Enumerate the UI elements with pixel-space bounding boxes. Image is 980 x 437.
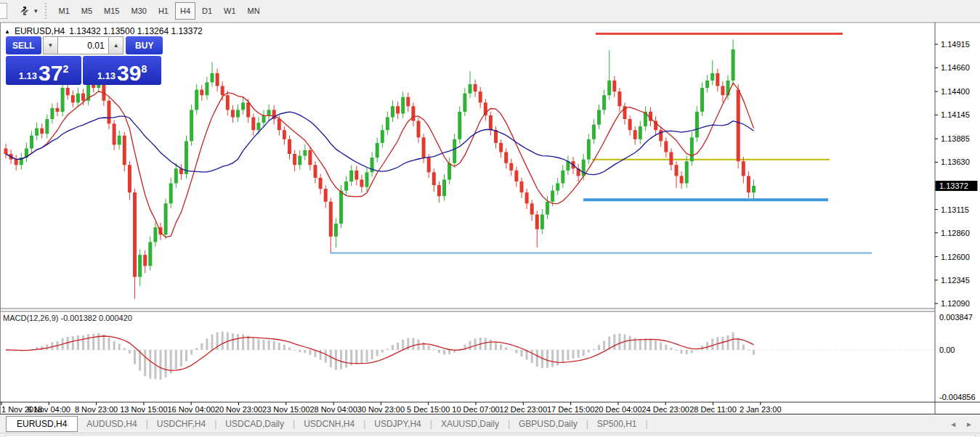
buy-button[interactable]: BUY	[126, 36, 163, 54]
status-bar	[0, 433, 980, 437]
svg-text:20 Dec 04:00: 20 Dec 04:00	[594, 405, 641, 414]
svg-text:1.12600: 1.12600	[941, 253, 970, 261]
svg-text:1.13885: 1.13885	[941, 134, 970, 143]
tab-usdjpy-h4[interactable]: USDJPY,H4	[365, 419, 429, 429]
sell-price-main: 37	[39, 63, 62, 83]
buy-price-main: 39	[117, 63, 141, 83]
timeframe-toolbar: ▾ M1M5M15M30H1H4D1W1MN	[0, 0, 980, 23]
svg-text:23 Nov 15:00: 23 Nov 15:00	[262, 405, 309, 414]
svg-text:1.14660: 1.14660	[941, 63, 970, 72]
ohlc-values: 1.13432 1.13500 1.13264 1.13372	[69, 26, 203, 36]
svg-text:2 Jan 23:00: 2 Jan 23:00	[740, 405, 782, 414]
timeframe-button-m5[interactable]: M5	[76, 2, 97, 20]
macd-indicator-label: MACD(12,26,9) -0.001382 0.000420	[3, 314, 132, 322]
svg-text:20 Nov 23:00: 20 Nov 23:00	[215, 405, 262, 414]
chart-ohlc-title: ▲ EURUSD,H4 1.13432 1.13500 1.13264 1.13…	[4, 26, 203, 36]
tab-scroll-arrows: ◄ ►	[949, 420, 973, 428]
toolbar-grip[interactable]	[45, 3, 47, 19]
chart-tab-bar: EURUSD,H4 AUDUSD,H4|USDCHF,H4|USDCAD,Dai…	[0, 415, 980, 433]
tab-scroll-left-icon[interactable]: ◄	[949, 420, 957, 428]
timeframe-button-w1[interactable]: W1	[219, 2, 241, 20]
terminal-window: ▾ M1M5M15M30H1H4D1W1MN 1.149151.146601.1…	[0, 0, 980, 437]
sell-button[interactable]: SELL	[6, 36, 41, 54]
svg-text:30 Nov 23:00: 30 Nov 23:00	[357, 405, 405, 414]
svg-text:1.12345: 1.12345	[941, 276, 970, 285]
timeframe-button-m1[interactable]: M1	[54, 2, 75, 20]
lot-size-input[interactable]: 0.01	[58, 36, 108, 54]
inactive-tabs: AUDUSD,H4|USDCHF,H4|USDCAD,Daily|USDCNH,…	[78, 419, 647, 429]
symbol-period-label: EURUSD,H4	[15, 26, 65, 36]
svg-text:10 Dec 07:00: 10 Dec 07:00	[452, 405, 499, 414]
svg-text:6 Nov 04:00: 6 Nov 04:00	[28, 405, 70, 414]
svg-text:1.14400: 1.14400	[941, 87, 970, 96]
tab-eurusd-h4-active[interactable]: EURUSD,H4	[6, 416, 78, 432]
tab-audusd-h4[interactable]: AUDUSD,H4	[78, 419, 145, 429]
svg-text:17 Dec 15:00: 17 Dec 15:00	[547, 405, 594, 414]
buy-price-pip: 8	[141, 64, 147, 74]
timeframe-button-h4[interactable]: H4	[175, 2, 195, 20]
svg-text:0.003847: 0.003847	[939, 313, 973, 322]
collapse-triangle-icon[interactable]: ▲	[4, 28, 10, 35]
svg-text:1.13115: 1.13115	[941, 205, 969, 214]
tab-sp500-h1[interactable]: SP500,H1	[588, 419, 646, 429]
svg-text:0.00: 0.00	[939, 346, 955, 354]
timeframe-button-mn[interactable]: MN	[243, 2, 265, 20]
svg-text:1.14915: 1.14915	[941, 40, 970, 49]
svg-text:-0.004856: -0.004856	[939, 393, 976, 401]
svg-text:28 Dec 11:00: 28 Dec 11:00	[689, 405, 737, 414]
timeframe-button-d1[interactable]: D1	[197, 2, 217, 20]
sell-price-prefix: 1.13	[19, 71, 37, 81]
svg-text:1.13630: 1.13630	[941, 158, 970, 166]
one-click-trading-panel: SELL ▼ 0.01 ▲ BUY 1.13 37 2 1.13 39 8	[6, 36, 163, 85]
svg-text:1.14145: 1.14145	[941, 110, 970, 119]
sell-price-pip: 2	[62, 64, 68, 74]
timeframe-button-m30[interactable]: M30	[126, 2, 152, 20]
svg-text:13 Nov 15:00: 13 Nov 15:00	[120, 405, 167, 414]
timeframe-buttons: M1M5M15M30H1H4D1W1MN	[53, 2, 266, 20]
svg-text:24 Dec 23:00: 24 Dec 23:00	[641, 405, 689, 414]
clipped-toolbar-icon[interactable]	[0, 3, 7, 19]
tile-windows-icon[interactable]	[16, 3, 33, 19]
svg-text:1.12860: 1.12860	[941, 229, 970, 237]
svg-text:5 Dec 15:00: 5 Dec 15:00	[407, 405, 450, 414]
buy-price-prefix: 1.13	[97, 71, 116, 81]
svg-text:1.12090: 1.12090	[941, 299, 970, 308]
svg-text:1.13372: 1.13372	[939, 181, 968, 190]
tab-usdchf-h4[interactable]: USDCHF,H4	[148, 419, 214, 429]
timeframe-button-h1[interactable]: H1	[153, 2, 174, 20]
toolbar-dropdown-caret[interactable]: ▾	[34, 7, 38, 15]
svg-text:28 Nov 04:00: 28 Nov 04:00	[309, 405, 357, 414]
tab-scroll-right-icon[interactable]: ►	[965, 420, 973, 428]
tab-separator: |	[646, 419, 648, 429]
timeframe-button-m15[interactable]: M15	[99, 2, 124, 20]
svg-text:8 Nov 23:00: 8 Nov 23:00	[75, 405, 118, 414]
tab-gbpusd-daily[interactable]: GBPUSD,Daily	[510, 419, 586, 429]
svg-text:16 Nov 04:00: 16 Nov 04:00	[167, 405, 214, 414]
svg-text:12 Dec 23:00: 12 Dec 23:00	[500, 405, 547, 414]
lot-increase-button[interactable]: ▲	[108, 36, 124, 54]
tab-xauusd-daily[interactable]: XAUUSD,Daily	[432, 419, 508, 429]
tab-usdcnh-h4[interactable]: USDCNH,H4	[295, 419, 363, 429]
lot-decrease-button[interactable]: ▼	[43, 36, 59, 54]
buy-price-display[interactable]: 1.13 39 8	[83, 56, 161, 85]
tab-usdcad-daily[interactable]: USDCAD,Daily	[216, 419, 293, 429]
sell-price-display[interactable]: 1.13 37 2	[6, 56, 81, 85]
